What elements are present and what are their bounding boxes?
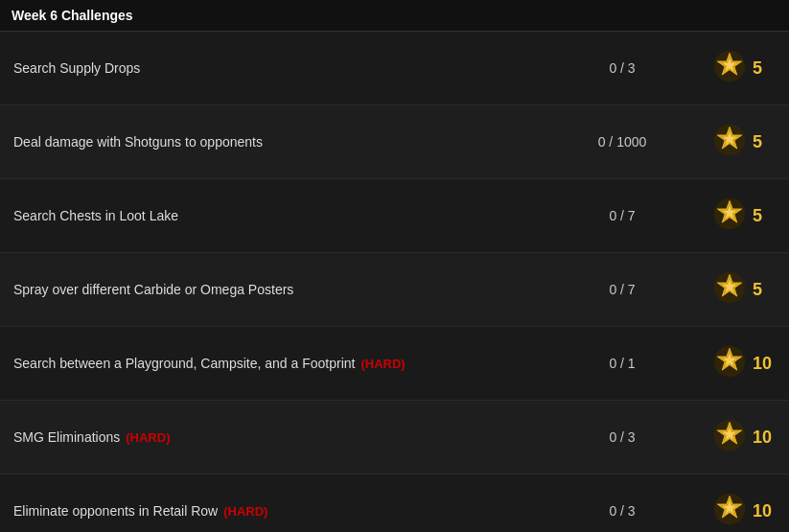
- star-icon: [712, 123, 747, 161]
- challenge-row: Search Chests in Loot Lake0 / 7 5: [0, 179, 789, 253]
- hard-label: (HARD): [126, 430, 170, 445]
- challenge-reward: 5: [680, 123, 776, 161]
- challenge-progress: 0 / 7: [565, 282, 680, 297]
- reward-points: 10: [753, 501, 776, 521]
- star-icon: [712, 197, 747, 235]
- challenge-name: SMG Eliminations(HARD): [13, 429, 565, 445]
- challenge-row: Eliminate opponents in Retail Row(HARD)0…: [0, 474, 789, 532]
- reward-points: 5: [753, 58, 776, 79]
- star-icon: [712, 344, 747, 382]
- reward-points: 5: [753, 132, 776, 152]
- challenge-name: Spray over different Carbide or Omega Po…: [13, 282, 565, 297]
- challenge-reward: 5: [680, 49, 776, 87]
- challenges-list: Search Supply Drops0 / 3 5Deal damage wi…: [0, 32, 789, 532]
- challenge-progress: 0 / 3: [565, 429, 680, 445]
- reward-points: 5: [753, 280, 776, 300]
- challenge-name: Deal damage with Shotguns to opponents: [13, 134, 565, 150]
- challenge-row: Deal damage with Shotguns to opponents0 …: [0, 105, 789, 179]
- challenge-row: Search Supply Drops0 / 3 5: [0, 32, 789, 105]
- challenge-reward: 5: [680, 197, 776, 235]
- challenge-reward: 10: [680, 492, 776, 530]
- challenge-progress: 0 / 3: [565, 503, 680, 519]
- challenge-progress: 0 / 7: [565, 208, 680, 223]
- reward-points: 10: [753, 354, 776, 374]
- hard-label: (HARD): [223, 504, 267, 519]
- challenge-reward: 10: [680, 418, 776, 456]
- challenge-row: SMG Eliminations(HARD)0 / 3 10: [0, 401, 789, 474]
- challenge-progress: 0 / 1: [565, 356, 680, 371]
- challenge-progress: 0 / 3: [565, 60, 680, 76]
- challenge-reward: 10: [680, 344, 776, 382]
- challenge-reward: 5: [680, 270, 776, 309]
- challenge-progress: 0 / 1000: [565, 134, 680, 150]
- star-icon: [712, 418, 747, 456]
- challenge-name: Eliminate opponents in Retail Row(HARD): [13, 503, 565, 519]
- challenge-name: Search Supply Drops: [13, 60, 565, 76]
- challenge-row: Spray over different Carbide or Omega Po…: [0, 253, 789, 327]
- hard-label: (HARD): [360, 357, 405, 371]
- challenge-name: Search Chests in Loot Lake: [13, 208, 565, 223]
- challenges-container: Week 6 Challenges Search Supply Drops0 /…: [0, 0, 789, 532]
- challenge-name: Search between a Playground, Campsite, a…: [13, 356, 565, 371]
- star-icon: [712, 492, 747, 530]
- challenge-row: Search between a Playground, Campsite, a…: [0, 327, 789, 401]
- reward-points: 10: [753, 428, 776, 448]
- star-icon: [712, 49, 747, 87]
- star-icon: [712, 270, 747, 309]
- week-title: Week 6 Challenges: [0, 0, 789, 32]
- reward-points: 5: [753, 206, 776, 226]
